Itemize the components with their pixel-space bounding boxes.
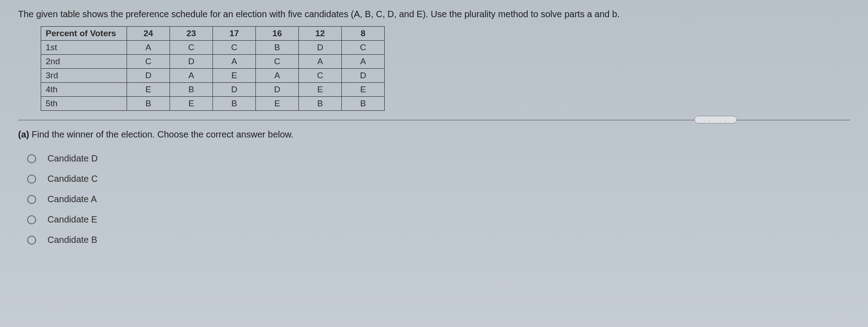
table-row: 4th E B D D E E <box>41 83 385 97</box>
cell: B <box>213 97 256 111</box>
radio-button[interactable] <box>27 154 36 163</box>
cell: E <box>342 83 385 97</box>
table-row: 3rd D A E A C D <box>41 69 385 83</box>
cell: B <box>127 97 170 111</box>
preference-table-container: Percent of Voters 24 23 17 16 12 8 1st A… <box>41 26 850 111</box>
percent-header: 8 <box>342 27 385 41</box>
radio-button[interactable] <box>27 175 36 184</box>
cell: D <box>213 83 256 97</box>
radio-button[interactable] <box>27 215 36 224</box>
choice-e[interactable]: Candidate E <box>27 214 850 225</box>
cell: B <box>342 97 385 111</box>
preference-table: Percent of Voters 24 23 17 16 12 8 1st A… <box>41 26 385 111</box>
cell: D <box>299 41 342 55</box>
cell: E <box>213 69 256 83</box>
cell: C <box>299 69 342 83</box>
cell: D <box>170 55 213 69</box>
cell: B <box>299 97 342 111</box>
percent-header: 23 <box>170 27 213 41</box>
cell: D <box>342 69 385 83</box>
cell: D <box>256 83 299 97</box>
choice-b[interactable]: Candidate B <box>27 235 850 245</box>
divider-container: . . . . . <box>18 120 850 120</box>
percent-header: 16 <box>256 27 299 41</box>
percent-header: 24 <box>127 27 170 41</box>
table-row: 2nd C D A C A A <box>41 55 385 69</box>
rank-label: 4th <box>41 83 127 97</box>
percent-header: 12 <box>299 27 342 41</box>
cell: A <box>170 69 213 83</box>
choice-label: Candidate E <box>47 214 97 225</box>
table-header-row: Percent of Voters 24 23 17 16 12 8 <box>41 27 385 41</box>
cell: B <box>256 41 299 55</box>
cell: A <box>256 69 299 83</box>
percent-header: 17 <box>213 27 256 41</box>
choice-label: Candidate B <box>47 235 97 245</box>
cell: A <box>299 55 342 69</box>
choice-label: Candidate A <box>47 194 97 204</box>
choice-label: Candidate D <box>47 153 98 164</box>
radio-button[interactable] <box>27 195 36 204</box>
cell: D <box>127 69 170 83</box>
part-a-text: Find the winner of the election. Choose … <box>29 129 293 139</box>
cell: E <box>127 83 170 97</box>
cell: E <box>170 97 213 111</box>
cell: E <box>299 83 342 97</box>
header-label: Percent of Voters <box>41 27 127 41</box>
cell: A <box>127 41 170 55</box>
expand-pill[interactable]: . . . . . <box>694 116 737 123</box>
rank-label: 1st <box>41 41 127 55</box>
question-text: The given table shows the preference sch… <box>18 9 850 19</box>
cell: B <box>170 83 213 97</box>
rank-label: 2nd <box>41 55 127 69</box>
choice-label: Candidate C <box>47 174 98 184</box>
cell: E <box>256 97 299 111</box>
cell: C <box>127 55 170 69</box>
cell: A <box>342 55 385 69</box>
choice-d[interactable]: Candidate D <box>27 153 850 164</box>
choice-a[interactable]: Candidate A <box>27 194 850 204</box>
rank-label: 5th <box>41 97 127 111</box>
table-row: 5th B E B E B B <box>41 97 385 111</box>
choice-c[interactable]: Candidate C <box>27 174 850 184</box>
cell: C <box>213 41 256 55</box>
part-a-question: (a) Find the winner of the election. Cho… <box>18 129 850 140</box>
rank-label: 3rd <box>41 69 127 83</box>
radio-button[interactable] <box>27 236 36 245</box>
cell: C <box>342 41 385 55</box>
cell: C <box>170 41 213 55</box>
answer-choices: Candidate D Candidate C Candidate A Cand… <box>27 153 850 245</box>
part-a-label: (a) <box>18 129 29 139</box>
table-row: 1st A C C B D C <box>41 41 385 55</box>
cell: A <box>213 55 256 69</box>
cell: C <box>256 55 299 69</box>
